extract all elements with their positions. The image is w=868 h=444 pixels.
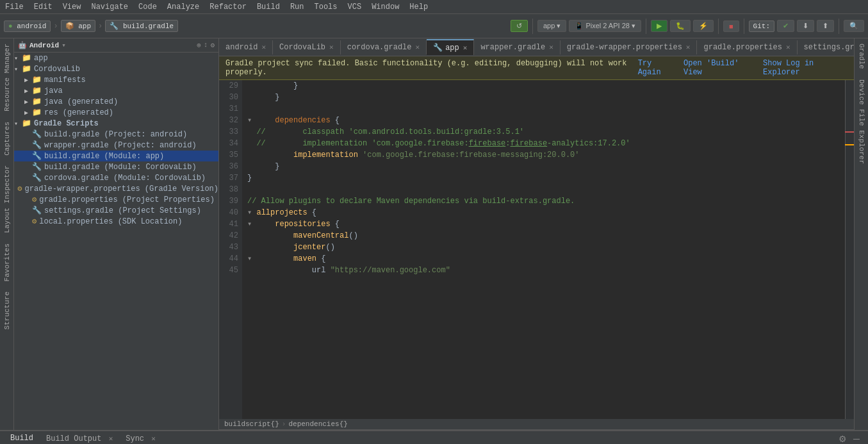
run-button[interactable]: ▶ [651,20,667,32]
tree-item-java[interactable]: ▶ 📁 java [14,85,218,96]
left-tab-layout[interactable]: Layout Inspector [1,160,13,238]
tab-close-gradle-wrapper-props[interactable]: ✕ [686,43,691,51]
separator1 [532,19,533,34]
tab-gradle-icon: 🔧 [433,43,443,53]
tree-item-manifests[interactable]: ▶ 📁 manifests [14,74,218,85]
menu-analyze[interactable]: Analyze [162,3,204,12]
run-config-btn[interactable]: app ▾ [537,20,566,32]
tab-label: cordova.gradle [347,43,412,52]
sidebar-header: 🤖 Android ▾ ⊕ ↕ ⚙ [14,38,218,53]
tree-item-gradle-wrapper-props[interactable]: ⚙ gradle-wrapper.properties (Gradle Vers… [14,183,218,194]
tree-item-cordova-gradle[interactable]: 🔧 cordova.gradle (Module: CordovaLib) [14,172,218,183]
tab-close-gradle-props[interactable]: ✕ [786,43,790,51]
open-build-view-link[interactable]: Open 'Build' View [684,59,755,77]
left-tab-favorites[interactable]: Favorites [1,238,13,286]
tree-item-cordovalib[interactable]: ▾ 📁 CordovaLib [14,63,218,74]
menu-vcs[interactable]: VCS [343,3,367,12]
sync-button[interactable]: ↺ [511,20,528,32]
tree-item-java-gen[interactable]: ▶ 📁 java (generated) [14,96,218,107]
menu-build[interactable]: Build [252,3,285,12]
tab-close-wrapper-gradle[interactable]: ✕ [549,43,553,51]
tree-item-res-gen[interactable]: ▶ 📁 res (generated) [14,107,218,118]
panel-minimize-btn[interactable]: ─ [851,434,862,444]
code-line-42: mavenCentral() [247,230,840,242]
git-check[interactable]: ✔ [777,20,794,32]
show-log-link[interactable]: Show Log in Explorer [763,59,848,77]
menu-navigate[interactable]: Navigate [86,3,133,12]
tree-item-build-gradle-project[interactable]: 🔧 build.gradle (Project: android) [14,129,218,140]
tree-item-build-gradle-cordovalib[interactable]: 🔧 build.gradle (Module: CordovaLib) [14,161,218,172]
bottom-tab-sync[interactable]: Sync ✕ [119,432,162,444]
project-badge[interactable]: ● android [4,21,51,32]
left-tab-captures[interactable]: Captures [1,117,13,161]
line-num-31: 31 [223,103,238,115]
sidebar-dropdown[interactable]: ▾ [61,41,66,49]
tab-app[interactable]: 🔧 app ✕ [427,39,474,55]
tree-item-local-props[interactable]: ⚙ local.properties (SDK Location) [14,216,218,227]
menu-view[interactable]: View [58,3,86,12]
tree-label: build.gradle (Module: app) [44,152,164,161]
right-tab-device-explorer[interactable]: Device File Explorer [855,74,868,169]
tree-item-gradle-props[interactable]: ⚙ gradle.properties (Project Properties) [14,194,218,205]
sync-close[interactable]: ✕ [151,435,156,443]
tab-android[interactable]: android ✕ [219,40,273,54]
git-push[interactable]: ⬆ [817,20,834,32]
breadcrumb-dependencies[interactable]: dependencies{} [288,420,347,428]
line-num-41: 41 [223,218,238,230]
module-badge[interactable]: 📦 app [61,20,95,32]
panel-settings-btn[interactable]: ⚙ [837,434,849,444]
tab-label: CordovaLib [279,43,325,52]
menu-refactor[interactable]: Refactor [204,3,252,12]
try-again-link[interactable]: Try Again [638,59,676,77]
menu-help[interactable]: Help [404,3,433,12]
menu-tools[interactable]: Tools [309,3,343,12]
bottom-tab-build[interactable]: Build [4,431,40,444]
device-btn[interactable]: 📱 Pixel 2 API 28 ▾ [569,20,641,32]
add-icon[interactable]: ⊕ [197,41,201,49]
right-tab-gradle[interactable]: Gradle [855,38,868,74]
menu-code[interactable]: Code [133,3,162,12]
debug-button[interactable]: 🐛 [670,20,691,32]
tree-label: CordovaLib [34,65,80,74]
menu-file[interactable]: File [0,3,29,12]
sync-icon[interactable]: ↕ [204,41,208,49]
build-output-close[interactable]: ✕ [109,435,113,443]
tree-item-app[interactable]: ▾ 📁 app [14,53,218,63]
code-line-38 [247,184,840,195]
menu-window[interactable]: Window [366,3,404,12]
tab-cordova-gradle[interactable]: cordova.gradle ✕ [341,40,427,54]
tab-gradle-props[interactable]: gradle.properties ✕ [697,40,797,54]
line-num-30: 30 [223,92,238,103]
tree-item-build-gradle-app[interactable]: 🔧 build.gradle (Module: app) [14,151,218,161]
file-badge[interactable]: 🔧 build.gradle [105,20,178,32]
bottom-tab-build-output[interactable]: Build Output ✕ [40,432,119,444]
menu-run[interactable]: Run [285,3,309,12]
stop-button[interactable]: ■ [723,21,739,32]
tab-settings-gradle[interactable]: settings.gradle ✕ [798,40,854,54]
panel-actions: ⚙ ─ [837,434,864,444]
left-tab-resource-manager[interactable]: Resource Manager [1,38,13,117]
git-update[interactable]: ⬇ [797,20,814,32]
tree-item-settings-gradle[interactable]: 🔧 settings.gradle (Project Settings) [14,205,218,216]
tab-wrapper-gradle[interactable]: wrapper.gradle ✕ [474,40,560,54]
tab-close-android[interactable]: ✕ [261,43,266,51]
code-content[interactable]: } } ▾ dependencies { // classpath 'com.a… [242,80,845,419]
breadcrumb-buildscript[interactable]: buildscript{} [224,420,279,428]
tree-item-gradle-scripts[interactable]: ▾ 📁 Gradle Scripts [14,118,218,129]
left-tab-structure[interactable]: Structure [1,286,13,334]
tree-label: Gradle Scripts [34,119,99,128]
profile-button[interactable]: ⚡ [693,20,714,32]
left-tabs: Resource Manager Captures Layout Inspect… [0,38,14,430]
menu-edit[interactable]: Edit [29,3,58,12]
code-line-33: // classpath 'com.android.tools.build:gr… [247,126,840,138]
settings-icon[interactable]: ⚙ [210,41,215,49]
code-line-37: } [247,172,840,184]
tree-item-wrapper-gradle[interactable]: 🔧 wrapper.gradle (Project: android) [14,140,218,151]
code-editor[interactable]: 29 30 31 32 33 34 35 36 37 38 39 40 41 4… [219,80,854,419]
search-everywhere[interactable]: 🔍 [844,20,864,32]
tab-gradle-wrapper-props[interactable]: gradle-wrapper.properties ✕ [561,40,698,54]
tab-close-app[interactable]: ✕ [463,44,468,52]
tab-close-cordovalib[interactable]: ✕ [329,43,334,51]
tab-close-cordova-gradle[interactable]: ✕ [416,43,420,51]
tab-cordovalib[interactable]: CordovaLib ✕ [273,40,341,54]
